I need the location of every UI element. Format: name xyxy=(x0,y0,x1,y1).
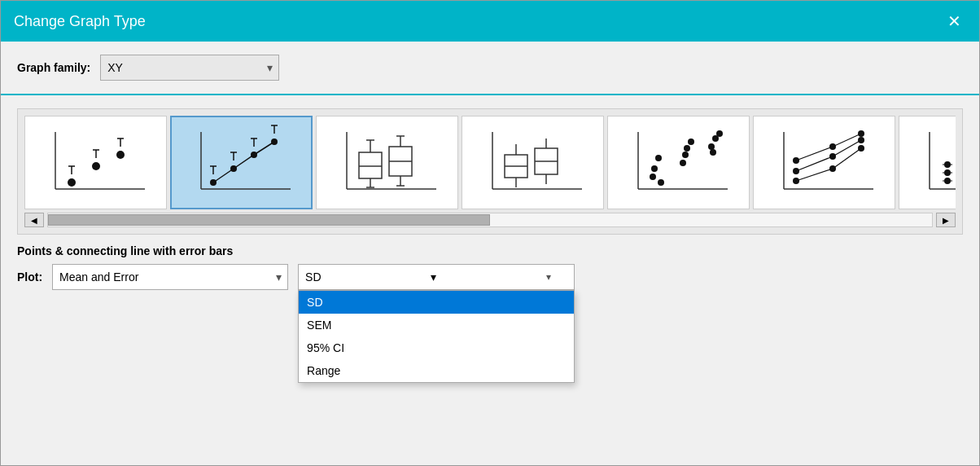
svg-point-58 xyxy=(682,152,689,158)
scrollbar-thumb[interactable] xyxy=(48,214,490,226)
content-area: ◀ ▶ Points & connecting line with error … xyxy=(1,95,979,465)
thumb-dot-scatter-svg xyxy=(622,124,736,201)
svg-point-53 xyxy=(650,174,656,180)
scroll-left-button[interactable]: ◀ xyxy=(24,213,44,227)
svg-point-55 xyxy=(684,145,690,152)
svg-point-56 xyxy=(680,160,686,166)
thumb-box-whisker-svg xyxy=(330,124,444,201)
close-button[interactable]: ✕ xyxy=(942,9,966,33)
svg-point-73 xyxy=(793,157,799,164)
svg-point-54 xyxy=(658,179,664,186)
thumb-dot-line[interactable] xyxy=(899,116,956,209)
thumb-scatter-svg xyxy=(39,124,153,201)
svg-point-61 xyxy=(716,130,723,137)
dialog-container: Change Graph Type ✕ Graph family: XY Col… xyxy=(0,0,980,466)
thumb-line-svg xyxy=(185,124,299,201)
thumb-dot-line-svg xyxy=(913,124,956,201)
scroll-bar-row: ◀ ▶ xyxy=(24,213,956,227)
plot-select[interactable]: Mean and Error Mean only Each replicate … xyxy=(52,264,288,290)
thumbnails-panel: ◀ ▶ xyxy=(17,108,963,235)
svg-point-72 xyxy=(793,178,799,184)
svg-line-70 xyxy=(833,134,861,147)
error-option-range[interactable]: Range xyxy=(299,359,574,382)
error-dropdown-wrapper: SD ▾ SD SEM 95% CI Range xyxy=(298,264,575,290)
title-bar: Change Graph Type ✕ xyxy=(1,1,979,42)
svg-point-74 xyxy=(829,153,836,160)
scrollbar-track[interactable] xyxy=(47,213,933,227)
thumb-line[interactable] xyxy=(170,116,313,209)
error-type-button[interactable]: SD ▾ xyxy=(298,264,575,290)
thumb-box-range-svg xyxy=(476,124,590,201)
svg-point-60 xyxy=(708,143,715,150)
error-dropdown-arrow: ▾ xyxy=(431,270,436,284)
graph-family-label: Graph family: xyxy=(17,61,90,74)
svg-point-71 xyxy=(793,168,799,174)
thumb-scatter[interactable] xyxy=(24,116,167,209)
graph-family-row: Graph family: XY Column Bar Grouped Surv… xyxy=(1,42,979,95)
svg-line-67 xyxy=(796,169,833,181)
error-type-selected: SD xyxy=(305,270,321,284)
thumb-box-range[interactable] xyxy=(462,116,604,209)
error-type-dropdown: SD SEM 95% CI Range xyxy=(298,290,575,383)
svg-point-52 xyxy=(655,155,662,161)
thumbnails-row xyxy=(24,116,956,209)
scroll-right-button[interactable]: ▶ xyxy=(936,213,956,227)
svg-point-75 xyxy=(829,165,836,172)
svg-point-5 xyxy=(92,162,100,170)
thumb-box-whisker[interactable] xyxy=(316,116,458,209)
graph-family-select-wrapper: XY Column Bar Grouped Survival Parts of … xyxy=(100,55,279,81)
plot-row: Plot: Mean and Error Mean only Each repl… xyxy=(17,264,963,290)
error-option-ci[interactable]: 95% CI xyxy=(299,336,574,359)
thumb-connected-line[interactable] xyxy=(753,116,895,209)
error-option-sem[interactable]: SEM xyxy=(299,314,574,336)
plot-label: Plot: xyxy=(17,270,42,284)
plot-select-wrapper: Mean and Error Mean only Each replicate … xyxy=(52,264,288,290)
thumb-dot-scatter[interactable] xyxy=(607,116,750,209)
svg-line-66 xyxy=(833,140,861,156)
svg-rect-27 xyxy=(359,152,382,178)
svg-point-57 xyxy=(688,138,694,145)
dialog-title: Change Graph Type xyxy=(14,13,146,30)
svg-point-2 xyxy=(68,178,76,187)
graph-description: Points & connecting line with error bars xyxy=(17,244,963,257)
svg-line-68 xyxy=(833,148,861,169)
svg-point-79 xyxy=(858,130,864,137)
svg-point-62 xyxy=(710,149,716,156)
svg-point-8 xyxy=(116,151,125,159)
svg-point-51 xyxy=(651,165,658,172)
svg-point-78 xyxy=(858,145,864,152)
svg-point-77 xyxy=(858,137,864,143)
graph-family-select[interactable]: XY Column Bar Grouped Survival Parts of … xyxy=(100,55,279,81)
thumb-connected-line-svg xyxy=(768,124,882,201)
error-option-sd[interactable]: SD xyxy=(299,291,574,314)
svg-point-76 xyxy=(829,143,836,150)
plot-section: Points & connecting line with error bars… xyxy=(17,244,963,381)
